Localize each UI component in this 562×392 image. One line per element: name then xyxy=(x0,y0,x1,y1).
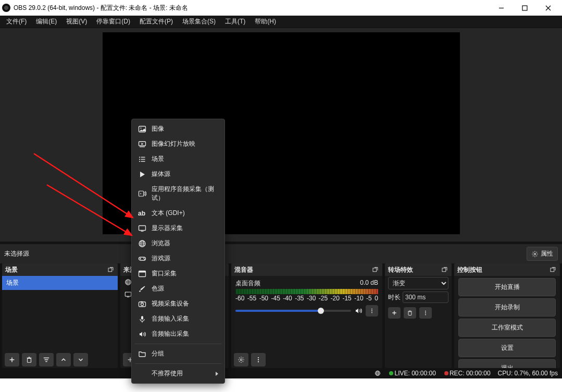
mixer-settings-button[interactable] xyxy=(234,353,248,366)
menu-profile[interactable]: 配置文件(P) xyxy=(135,16,177,27)
slideshow-icon xyxy=(138,140,146,148)
add-source-menu: 图像 图像幻灯片放映 场景 媒体源 应用程序音频采集（测试） 文本 (GDI+)… xyxy=(131,119,225,384)
app-logo-icon xyxy=(2,4,10,12)
scenes-panel-title: 场景 xyxy=(5,265,18,274)
remove-scene-button[interactable] xyxy=(22,353,36,366)
live-status: LIVE: 00:00:00 xyxy=(388,370,435,377)
scene-move-up-button[interactable] xyxy=(56,353,71,366)
window-close-button[interactable] xyxy=(536,0,560,16)
menu-help[interactable]: 帮助(H) xyxy=(251,16,280,27)
menu-item-color-source[interactable]: 色源 xyxy=(132,281,224,296)
menu-item-app-audio-capture[interactable]: 应用程序音频采集（测试） xyxy=(132,182,224,206)
globe-icon xyxy=(124,279,132,286)
menu-separator xyxy=(135,363,221,364)
scene-move-down-button[interactable] xyxy=(73,353,88,366)
source-context-toolbar: 未选择源 属性 xyxy=(0,242,562,263)
ab-icon xyxy=(138,209,146,218)
image-icon xyxy=(138,125,146,133)
menu-edit[interactable]: 编辑(E) xyxy=(32,16,61,27)
volume-slider[interactable] xyxy=(235,310,351,312)
status-bar: LIVE: 00:00:00 REC: 00:00:00 CPU: 0.7%, … xyxy=(0,368,562,378)
menu-item-video-capture[interactable]: 视频采集设备 xyxy=(132,296,224,311)
no-source-selected-label: 未选择源 xyxy=(4,249,29,258)
track-level: 0.0 dB xyxy=(360,279,378,288)
brush-icon xyxy=(138,285,146,293)
add-scene-button[interactable] xyxy=(5,353,19,366)
scene-list-item[interactable]: 场景 xyxy=(2,276,118,290)
folder-icon xyxy=(138,350,146,358)
menu-item-browser[interactable]: 浏览器 xyxy=(132,236,224,251)
volume-meter xyxy=(235,289,378,294)
globe-icon xyxy=(138,239,146,248)
transitions-panel-title: 转场特效 xyxy=(388,265,413,274)
start-streaming-button[interactable]: 开始直播 xyxy=(458,278,556,296)
menu-view[interactable]: 视图(V) xyxy=(62,16,91,27)
popout-icon[interactable] xyxy=(107,267,115,273)
transitions-panel: 转场特效 渐变 时长 xyxy=(385,263,452,368)
source-properties-button[interactable]: 属性 xyxy=(527,247,558,261)
app-audio-icon xyxy=(138,189,146,198)
window-minimize-button[interactable] xyxy=(490,0,513,16)
gamepad-icon xyxy=(138,255,146,263)
menu-item-audio-output[interactable]: 音频输出采集 xyxy=(132,326,224,342)
menu-item-deprecated[interactable]: 不推荐使用 xyxy=(132,366,224,381)
mixer-panel-title: 混音器 xyxy=(234,265,253,274)
popout-icon[interactable] xyxy=(371,267,379,273)
popout-icon[interactable] xyxy=(441,267,448,273)
play-icon xyxy=(138,170,146,179)
menu-item-game-capture[interactable]: 游戏源 xyxy=(132,251,224,266)
window-titlebar: OBS 29.0.2 (64-bit, windows) - 配置文件: 未命名… xyxy=(0,0,562,16)
mic-icon xyxy=(138,315,146,323)
monitor-icon xyxy=(124,291,132,298)
track-menu-button[interactable] xyxy=(366,305,378,317)
menu-item-text-gdi[interactable]: 文本 (GDI+) xyxy=(132,206,224,221)
menu-item-window-capture[interactable]: 窗口采集 xyxy=(132,266,224,281)
menu-separator xyxy=(135,344,221,344)
menu-item-slideshow[interactable]: 图像幻灯片放映 xyxy=(132,136,224,151)
add-transition-button[interactable] xyxy=(388,307,401,319)
mixer-menu-button[interactable] xyxy=(251,353,266,366)
remove-transition-button[interactable] xyxy=(404,307,416,319)
menu-docks[interactable]: 停靠窗口(D) xyxy=(92,16,134,27)
meter-ticks: -60-55-50-45-40-35-30-25-20-15-10-50 xyxy=(235,295,378,302)
settings-button[interactable]: 设置 xyxy=(458,339,556,357)
list-icon xyxy=(138,155,146,163)
camera-icon xyxy=(138,300,146,308)
transition-menu-button[interactable] xyxy=(419,307,432,319)
audio-mixer-panel: 混音器 桌面音频0.0 dB -60-55-50-45-40-35-30-25-… xyxy=(231,263,382,368)
menu-item-audio-input[interactable]: 音频输入采集 xyxy=(132,311,224,326)
window-icon xyxy=(138,270,146,278)
menu-item-media-source[interactable]: 媒体源 xyxy=(132,167,224,182)
exit-button[interactable]: 退出 xyxy=(458,359,556,368)
speaker-icon[interactable] xyxy=(354,307,363,315)
duration-label: 时长 xyxy=(388,293,401,302)
svg-rect-32 xyxy=(522,6,527,10)
window-maximize-button[interactable] xyxy=(513,0,536,16)
scene-filters-button[interactable] xyxy=(39,353,54,366)
audio-track: 桌面音频0.0 dB -60-55-50-45-40-35-30-25-20-1… xyxy=(231,276,382,318)
window-title: OBS 29.0.2 (64-bit, windows) - 配置文件: 未命名… xyxy=(14,4,490,12)
menu-file[interactable]: 文件(F) xyxy=(2,16,31,27)
speaker-icon xyxy=(138,330,146,338)
monitor-icon xyxy=(138,224,146,233)
transition-select[interactable]: 渐变 xyxy=(388,277,448,289)
menu-item-scene[interactable]: 场景 xyxy=(132,151,224,167)
controls-panel-title: 控制按钮 xyxy=(457,265,482,274)
cpu-status: CPU: 0.7%, 60.00 fps xyxy=(498,370,558,377)
track-name: 桌面音频 xyxy=(235,279,260,288)
studio-mode-button[interactable]: 工作室模式 xyxy=(458,319,556,337)
rec-status: REC: 00:00:00 xyxy=(443,370,491,377)
menu-scene-collection[interactable]: 场景集合(S) xyxy=(178,16,220,27)
menu-item-display-capture[interactable]: 显示器采集 xyxy=(132,221,224,236)
popout-icon[interactable] xyxy=(549,267,557,273)
transition-duration-input[interactable] xyxy=(403,292,448,303)
menu-item-group[interactable]: 分组 xyxy=(132,346,224,361)
menubar: 文件(F) 编辑(E) 视图(V) 停靠窗口(D) 配置文件(P) 场景集合(S… xyxy=(0,16,562,28)
scenes-panel: 场景 场景 xyxy=(2,263,118,368)
stream-status-icon xyxy=(374,370,381,376)
menu-item-image[interactable]: 图像 xyxy=(132,121,224,136)
preview-area xyxy=(0,28,562,242)
start-recording-button[interactable]: 开始录制 xyxy=(458,298,556,317)
menu-tools[interactable]: 工具(T) xyxy=(221,16,249,27)
controls-panel: 控制按钮 开始直播 开始录制 工作室模式 设置 退出 xyxy=(454,263,560,368)
